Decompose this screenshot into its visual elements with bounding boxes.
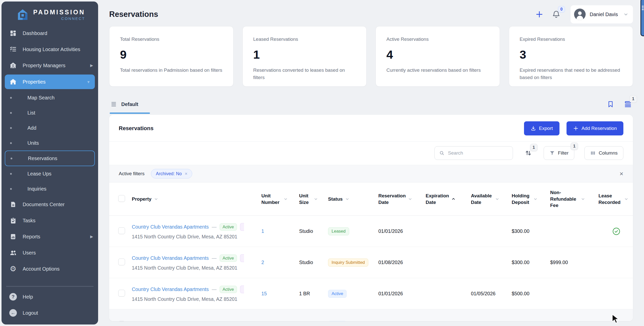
sidebar-item-users[interactable]: Users <box>2 245 98 261</box>
bookmark-view-button[interactable] <box>606 99 615 109</box>
chip-remove-icon[interactable]: × <box>185 171 187 176</box>
row-checkbox[interactable] <box>118 259 125 265</box>
add-quick-button[interactable] <box>534 9 544 19</box>
export-label: Export <box>539 126 553 131</box>
sidebar-item-label: Help <box>23 294 93 300</box>
logout-icon: ← <box>9 309 17 317</box>
sidebar-item-account-options[interactable]: ⚙ Account Options <box>2 261 98 277</box>
filter-count-badge: 1 <box>571 142 578 150</box>
sidebar-divider <box>6 286 94 287</box>
stat-description: Currently active reservations based on f… <box>386 66 489 74</box>
column-header-available-date[interactable]: Available Date <box>471 193 512 205</box>
checklist-icon <box>9 46 17 53</box>
stat-label: Total Reservations <box>120 37 223 42</box>
reservation-date: 01/01/2026 <box>378 228 426 234</box>
unit-number-link[interactable]: 1 <box>261 228 264 234</box>
property-status-badge: Active <box>220 255 237 262</box>
tab-label: Default <box>121 101 138 107</box>
sidebar-item-label: Housing Locator Activities <box>23 47 93 52</box>
sidebar-item-units[interactable]: Units <box>2 135 98 151</box>
property-link[interactable]: Country Club Verandas Apartments <box>132 286 209 292</box>
unit-size: Studio <box>299 228 328 234</box>
reservation-date: 01/08/2026 <box>378 260 426 265</box>
filter-chip-archived[interactable]: Archived: No × <box>151 169 192 178</box>
row-checkbox[interactable] <box>118 227 125 234</box>
chevron-down-icon <box>408 197 412 201</box>
document-icon <box>9 201 17 208</box>
available-date: 01/05/2026 <box>471 291 512 297</box>
sidebar-item-list[interactable]: List <box>2 105 98 120</box>
house-icon <box>9 78 17 85</box>
table-row: Country Club Verandas Apartments — Activ… <box>109 247 633 278</box>
chevron-down-icon <box>624 197 628 201</box>
property-address: 1415 North Country Club Drive, Mesa, AZ … <box>132 234 260 240</box>
table-row: Country Club Verandas Apartments — Activ… <box>109 278 633 309</box>
column-header-status[interactable]: Status <box>328 196 378 202</box>
sidebar-item-label: Map Search <box>27 95 93 101</box>
close-filters-button[interactable]: × <box>620 170 623 177</box>
sidebar-item-label: Inquiries <box>27 186 93 192</box>
chevron-down-icon <box>495 197 499 201</box>
user-menu[interactable]: Daniel Davis <box>571 5 633 23</box>
row-checkbox[interactable] <box>118 321 125 321</box>
property-link[interactable]: Country Club Verandas Apartments <box>132 255 209 261</box>
sort-button[interactable]: 1 <box>523 148 534 158</box>
sidebar-item-reservations[interactable]: Reservations <box>5 151 95 166</box>
sidebar-item-documents-center[interactable]: Documents Center <box>2 196 98 212</box>
column-header-lease-recorded[interactable]: Lease Recorded <box>598 193 633 205</box>
brand-subtitle: CONNECT <box>61 16 85 21</box>
search-input[interactable] <box>448 150 508 156</box>
sidebar-nav: Dashboard Housing Locator Activities Pro… <box>2 25 98 324</box>
columns-icon <box>590 150 596 156</box>
tab-default[interactable]: Default <box>109 101 141 114</box>
columns-button[interactable]: Columns <box>584 146 623 160</box>
sidebar-item-logout[interactable]: ← Logout <box>2 305 98 321</box>
property-link[interactable]: Country Club Verandas Apartments <box>132 224 209 230</box>
lease-recorded-check-icon <box>612 227 621 236</box>
bullet-icon <box>10 97 12 99</box>
unit-number-link[interactable]: 15 <box>261 291 267 296</box>
plus-icon <box>535 10 543 18</box>
sidebar-item-reports[interactable]: Reports ▶ <box>2 229 98 245</box>
stat-card-active-reservations: Active Reservations 4 Currently active r… <box>376 26 500 87</box>
sidebar-item-housing-locator-activities[interactable]: Housing Locator Activities <box>2 41 98 57</box>
row-checkbox[interactable] <box>118 290 125 297</box>
sidebar-item-map-search[interactable]: Map Search <box>2 90 98 105</box>
column-header-non-refundable-fee[interactable]: Non-Refundable Fee <box>550 189 598 209</box>
chevron-down-icon <box>581 197 585 201</box>
sidebar-item-add[interactable]: Add <box>2 120 98 135</box>
column-header-expiration-date[interactable]: Expiration Date <box>426 193 471 205</box>
sidebar-item-dashboard[interactable]: Dashboard <box>2 25 98 41</box>
saved-views-button[interactable]: 1 <box>623 99 633 109</box>
column-header-holding-deposit[interactable]: Holding Deposit <box>512 193 550 205</box>
sidebar-item-label: Properties <box>23 79 87 85</box>
sidebar-item-help[interactable]: ? Help <box>2 289 98 305</box>
filter-button[interactable]: Filter 1 <box>544 146 574 160</box>
bullet-icon <box>10 173 12 175</box>
column-header-reservation-date[interactable]: Reservation Date <box>378 193 426 205</box>
sidebar-item-inquiries[interactable]: Inquiries <box>2 181 98 196</box>
status-badge: Inquiry Submitted <box>328 259 368 267</box>
edge-panel-handle[interactable] <box>640 0 644 36</box>
sidebar-item-tasks[interactable]: Tasks <box>2 212 98 229</box>
column-header-unit-size[interactable]: Unit Size <box>299 193 328 205</box>
column-header-property[interactable]: Property <box>132 196 261 202</box>
property-status-badge: Active <box>220 286 237 293</box>
main-content: Reservations 0 Daniel Davis Total Reserv… <box>98 0 644 326</box>
clipped-badge <box>240 285 244 293</box>
table-header-row: Property Unit Number Unit Size Status Re… <box>109 183 633 216</box>
notifications-button[interactable]: 0 <box>551 9 561 20</box>
user-name: Daniel Davis <box>590 12 618 17</box>
reservations-panel: Reservations Export Add Reservation 1 <box>109 115 633 321</box>
bullet-icon <box>10 112 12 114</box>
select-all-checkbox[interactable] <box>118 195 125 202</box>
add-reservation-button[interactable]: Add Reservation <box>567 121 623 135</box>
sidebar-item-properties[interactable]: Properties ▼ <box>5 75 95 89</box>
sidebar-item-property-managers[interactable]: Property Managers ▶ <box>2 57 98 74</box>
chevron-down-icon <box>154 197 158 201</box>
chevron-down-icon <box>345 197 349 201</box>
unit-number-link[interactable]: 2 <box>261 260 264 265</box>
sidebar-item-lease-ups[interactable]: Lease Ups <box>2 166 98 181</box>
column-header-unit-number[interactable]: Unit Number <box>261 193 299 205</box>
export-button[interactable]: Export <box>524 121 559 135</box>
